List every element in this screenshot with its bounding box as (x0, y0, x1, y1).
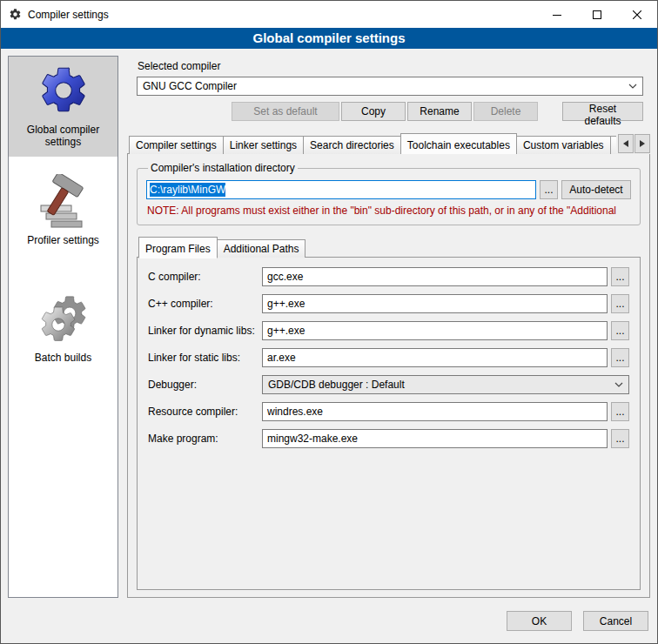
field-row-resource-compiler: Resource compiler: ... (148, 402, 629, 421)
make-program-label: Make program: (148, 433, 262, 445)
cpp-compiler-input[interactable] (262, 294, 608, 313)
field-row-make-program: Make program: ... (148, 429, 629, 448)
maximize-icon (593, 10, 601, 19)
selected-compiler-value: GNU GCC Compiler (143, 80, 625, 92)
main-panel: Selected compiler GNU GCC Compiler Set a… (127, 56, 650, 598)
titlebar[interactable]: Compiler settings (1, 1, 657, 28)
debugger-dropdown[interactable]: GDB/CDB debugger : Default (262, 375, 629, 394)
linker-static-browse-button[interactable]: ... (611, 348, 629, 367)
cpp-compiler-label: C++ compiler: (148, 298, 262, 310)
c-compiler-browse-button[interactable]: ... (611, 267, 629, 286)
make-program-input[interactable] (262, 429, 608, 448)
rename-button[interactable]: Rename (407, 102, 472, 121)
linker-dynamic-label: Linker for dynamic libs: (148, 325, 262, 337)
close-button[interactable] (617, 1, 657, 28)
field-row-c-compiler: C compiler: ... (148, 267, 629, 286)
minimize-icon (553, 10, 561, 19)
resource-compiler-input[interactable] (262, 402, 608, 421)
reset-defaults-button[interactable]: Reset defaults (562, 102, 643, 121)
global-compiler-gear-icon (37, 64, 91, 117)
app-icon (9, 8, 22, 21)
tab-scroll-left-button[interactable] (618, 134, 634, 153)
tab-scroll-controls (616, 134, 650, 153)
dialog-footer: OK Cancel (1, 605, 657, 643)
resource-compiler-label: Resource compiler: (148, 406, 262, 418)
chevron-down-icon (614, 382, 623, 387)
window-controls (537, 1, 657, 28)
sidebar-item-label: Batch builds (35, 352, 91, 364)
dialog-body: Global compiler settings (1, 49, 657, 605)
profiler-hammer-icon (38, 174, 89, 228)
sidebar-item-label: Profiler settings (27, 234, 99, 246)
field-row-linker-static: Linker for static libs: ... (148, 348, 629, 367)
field-row-cpp-compiler: C++ compiler: ... (148, 294, 629, 313)
compiler-settings-window: Compiler settings Global compiler settin… (0, 0, 658, 644)
tab-search-directories[interactable]: Search directories (303, 136, 401, 154)
tab-additional-paths[interactable]: Additional Paths (217, 239, 306, 258)
delete-button[interactable]: Delete (473, 102, 538, 121)
settings-category-list: Global compiler settings (8, 56, 118, 598)
minimize-button[interactable] (537, 1, 577, 28)
program-files-panel: C compiler: ... C++ compiler: ... Linker… (137, 257, 641, 590)
toolchain-inner-tabstrip: Program Files Additional Paths (137, 236, 641, 258)
sidebar-item-batch-builds[interactable]: Batch builds (9, 286, 118, 372)
tab-scroll-right-icon (640, 140, 645, 147)
debugger-label: Debugger: (148, 379, 262, 391)
sidebar-item-global-compiler-settings[interactable]: Global compiler settings (9, 57, 118, 157)
linker-static-input[interactable] (262, 348, 608, 367)
selected-compiler-section: Selected compiler GNU GCC Compiler Set a… (127, 56, 650, 121)
close-icon (633, 10, 641, 19)
selected-compiler-label: Selected compiler (138, 60, 643, 72)
cancel-button[interactable]: Cancel (583, 611, 648, 631)
installation-directory-input[interactable]: C:\raylib\MinGW (146, 180, 536, 199)
c-compiler-input[interactable] (262, 267, 608, 286)
batch-builds-gears-icon (37, 293, 90, 345)
compiler-tabstrip: Compiler settings Linker settings Search… (127, 132, 650, 154)
tab-toolchain-executables[interactable]: Toolchain executables (400, 133, 517, 154)
installation-directory-group: Compiler's installation directory C:\ray… (137, 162, 641, 225)
field-row-linker-dynamic: Linker for dynamic libs: ... (148, 321, 629, 340)
field-row-debugger: Debugger: GDB/CDB debugger : Default (148, 375, 629, 394)
tab-linker-settings[interactable]: Linker settings (223, 136, 304, 154)
debugger-value: GDB/CDB debugger : Default (268, 379, 611, 391)
tab-scroll-left-icon (623, 140, 628, 147)
auto-detect-button[interactable]: Auto-detect (561, 180, 631, 199)
bin-subdirectory-note: NOTE: All programs must exist either in … (147, 205, 630, 217)
linker-dynamic-browse-button[interactable]: ... (611, 321, 629, 340)
dialog-header: Global compiler settings (1, 28, 657, 49)
make-program-browse-button[interactable]: ... (611, 429, 629, 448)
tab-program-files[interactable]: Program Files (138, 237, 218, 258)
installation-directory-selected-text: C:\raylib\MinGW (150, 183, 225, 197)
set-as-default-button[interactable]: Set as default (232, 102, 339, 121)
compiler-actions: Set as default Copy Rename Delete Reset … (137, 102, 643, 121)
linker-dynamic-input[interactable] (262, 321, 608, 340)
chevron-down-icon (628, 84, 637, 89)
cpp-compiler-browse-button[interactable]: ... (611, 294, 629, 313)
c-compiler-label: C compiler: (148, 271, 262, 283)
copy-button[interactable]: Copy (341, 102, 406, 121)
linker-static-label: Linker for static libs: (148, 352, 262, 364)
ok-button[interactable]: OK (507, 611, 572, 631)
installation-directory-row: C:\raylib\MinGW ... Auto-detect (146, 180, 631, 199)
installation-directory-browse-button[interactable]: ... (540, 180, 558, 199)
toolchain-executables-panel: Compiler's installation directory C:\ray… (127, 153, 650, 598)
window-title: Compiler settings (28, 9, 109, 21)
tab-scroll-right-button[interactable] (634, 134, 650, 153)
sidebar-item-profiler-settings[interactable]: Profiler settings (9, 167, 118, 255)
sidebar-item-label: Global compiler settings (11, 124, 115, 148)
resource-compiler-browse-button[interactable]: ... (611, 402, 629, 421)
tab-custom-variables[interactable]: Custom variables (516, 136, 611, 154)
selected-compiler-dropdown[interactable]: GNU GCC Compiler (137, 77, 643, 96)
maximize-button[interactable] (577, 1, 617, 28)
tab-compiler-settings[interactable]: Compiler settings (129, 136, 224, 154)
installation-directory-group-label: Compiler's installation directory (148, 162, 298, 174)
